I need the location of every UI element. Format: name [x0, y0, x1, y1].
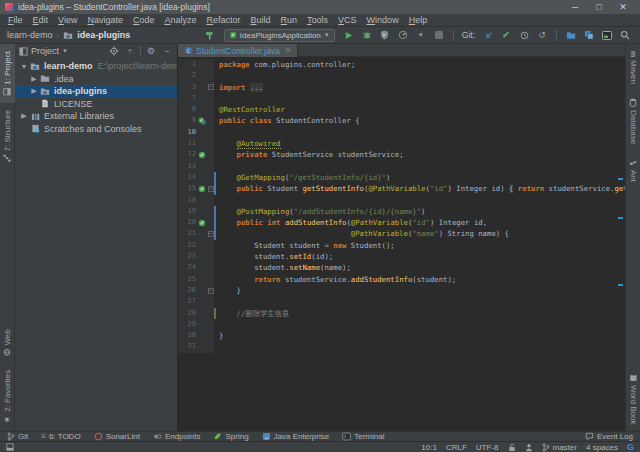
- stripe-item-7-structure[interactable]: 7: Structure: [0, 103, 15, 169]
- update-project-icon[interactable]: [480, 28, 496, 43]
- project-panel-title[interactable]: Project: [31, 46, 59, 56]
- maximize-button[interactable]: □: [587, 0, 611, 14]
- copy-icon[interactable]: [581, 28, 597, 43]
- hammer-icon[interactable]: [202, 28, 218, 43]
- chevron-down-icon[interactable]: ▼: [62, 48, 68, 54]
- status-translate-g-icon[interactable]: G: [627, 443, 634, 452]
- source-text: return studentService.addStudentInfo(stu…: [214, 274, 456, 285]
- database-icon: [629, 98, 637, 107]
- toolwindow-toggle-icon[interactable]: [6, 443, 14, 451]
- menu-file[interactable]: File: [3, 15, 28, 25]
- hide-icon[interactable]: −: [161, 45, 173, 57]
- preview-icon[interactable]: [599, 28, 615, 43]
- menu-help[interactable]: Help: [404, 15, 433, 25]
- chevron-right-icon[interactable]: ▶: [29, 87, 39, 95]
- menu-navigate[interactable]: Navigate: [82, 15, 128, 25]
- fold-region[interactable]: −: [207, 288, 214, 294]
- fold-region[interactable]: −: [207, 231, 214, 237]
- status-crlf[interactable]: CRLF: [446, 443, 467, 452]
- error-stripe-mark[interactable]: [618, 217, 623, 219]
- toolwindow-button-endpoints[interactable]: Endpoints: [153, 432, 201, 441]
- toolwindow-button-6-todo[interactable]: ≡6: TODO: [41, 432, 80, 441]
- status-inspections-icon[interactable]: [525, 443, 533, 452]
- vcs-changes-icon[interactable]: [563, 28, 579, 43]
- menu-code[interactable]: Code: [128, 15, 160, 25]
- status-10-1[interactable]: 10:1: [421, 443, 437, 452]
- toolwindow-button-java-enterprise[interactable]: Java Enterprise: [262, 432, 330, 441]
- tree-item-scratches-and-consoles[interactable]: Scratches and Consoles: [15, 123, 177, 136]
- code-editor[interactable]: 1package com.plugins.controller;23−impor…: [178, 57, 625, 431]
- tree-item-external-libraries[interactable]: ▶External Libraries: [15, 110, 177, 123]
- status-unlock-icon[interactable]: [508, 443, 516, 452]
- error-stripe-mark[interactable]: [618, 178, 623, 180]
- fold-region[interactable]: −: [207, 186, 214, 192]
- rollback-icon[interactable]: ↺: [534, 28, 550, 43]
- minimize-button[interactable]: ─: [563, 0, 587, 14]
- status-master[interactable]: master: [542, 443, 577, 452]
- code-line-21: 21− @PathVariable("name") String name) {: [178, 228, 625, 239]
- collapse-all-icon[interactable]: ÷: [124, 45, 136, 57]
- stripe-item-1-project[interactable]: 1: Project: [0, 44, 15, 103]
- chevron-down-icon[interactable]: ▼: [413, 28, 429, 43]
- tree-item-idea[interactable]: ▶.idea: [15, 73, 177, 86]
- status-utf-8[interactable]: UTF-8: [476, 443, 499, 452]
- tree-item-license[interactable]: LICENSE: [15, 98, 177, 111]
- menu-build[interactable]: Build: [246, 15, 276, 25]
- fold-marker-icon[interactable]: −: [208, 186, 214, 192]
- run-configuration-select[interactable]: IdeaPluginsApplication▼: [224, 29, 335, 42]
- commit-icon[interactable]: ✔: [498, 28, 514, 43]
- menu-vcs[interactable]: VCS: [333, 15, 362, 25]
- gutter-icon-slot: [197, 252, 207, 261]
- toolwindow-button-spring[interactable]: Spring: [213, 432, 248, 441]
- fold-marker-icon[interactable]: −: [208, 288, 214, 294]
- stripe-label: 1: Project: [3, 51, 12, 85]
- close-icon[interactable]: ✕: [285, 46, 292, 55]
- stripe-item-maven[interactable]: mMaven: [626, 44, 640, 91]
- bean-blue-icon[interactable]: [197, 117, 207, 126]
- stripe-item-word-book[interactable]: Word Book: [626, 367, 640, 431]
- toolwindow-button-sonarlint[interactable]: SonarLint: [94, 432, 140, 441]
- close-button[interactable]: ✕: [611, 0, 635, 14]
- bean-icon[interactable]: [197, 151, 207, 160]
- search-everywhere-icon[interactable]: [617, 28, 633, 43]
- stripe-item-database[interactable]: Database: [626, 91, 640, 151]
- fold-region[interactable]: −: [207, 84, 214, 90]
- menu-view[interactable]: View: [53, 15, 82, 25]
- menu-edit[interactable]: Edit: [28, 15, 54, 25]
- error-stripe-mark[interactable]: [618, 284, 623, 286]
- profiler-icon[interactable]: [395, 28, 411, 43]
- run-icon[interactable]: [341, 28, 357, 43]
- stripe-item-web[interactable]: Web: [0, 322, 15, 363]
- bean-icon[interactable]: [197, 218, 207, 227]
- change-marker: [214, 172, 216, 183]
- tree-item-idea-plugins[interactable]: ▶idea-plugins: [15, 85, 177, 98]
- toolwindow-button-terminal[interactable]: Terminal: [342, 432, 384, 441]
- status-4-spaces[interactable]: 4 spaces: [586, 443, 618, 452]
- bean-icon[interactable]: [197, 184, 207, 193]
- fold-marker-icon[interactable]: −: [208, 231, 214, 237]
- breadcrumb-item-learn-demo[interactable]: learn-demo: [7, 30, 53, 40]
- menu-refactor[interactable]: Refactor: [202, 15, 246, 25]
- stripe-item-2-favorites[interactable]: ★2: Favorites: [0, 363, 15, 431]
- breadcrumb-item-idea-plugins[interactable]: idea-plugins: [77, 30, 130, 40]
- coverage-icon[interactable]: [377, 28, 393, 43]
- line-number: 18: [178, 195, 196, 206]
- tab-studentcontroller-java[interactable]: C StudentController.java ✕: [178, 44, 298, 57]
- stripe-item-ant[interactable]: Ant: [626, 152, 640, 189]
- chevron-right-icon[interactable]: ▶: [29, 75, 39, 83]
- fold-marker-icon[interactable]: −: [208, 84, 214, 90]
- chevron-down-icon[interactable]: ▼: [19, 63, 29, 70]
- stop-icon[interactable]: [431, 28, 447, 43]
- menu-tools[interactable]: Tools: [302, 15, 333, 25]
- tree-item-learn-demo[interactable]: ▼learn-demoE:\project\learn-demo: [15, 60, 177, 73]
- toolwindow-button-git[interactable]: Git: [7, 432, 28, 441]
- debug-icon[interactable]: [359, 28, 375, 43]
- settings-icon[interactable]: ⚙: [145, 45, 157, 57]
- menu-analyze[interactable]: Analyze: [159, 15, 201, 25]
- menu-run[interactable]: Run: [276, 15, 303, 25]
- toolwindow-button-event-log[interactable]: Event Log: [585, 432, 633, 441]
- history-icon[interactable]: [516, 28, 532, 43]
- locate-icon[interactable]: [108, 45, 120, 57]
- chevron-right-icon[interactable]: ▶: [19, 112, 29, 120]
- menu-window[interactable]: Window: [362, 15, 404, 25]
